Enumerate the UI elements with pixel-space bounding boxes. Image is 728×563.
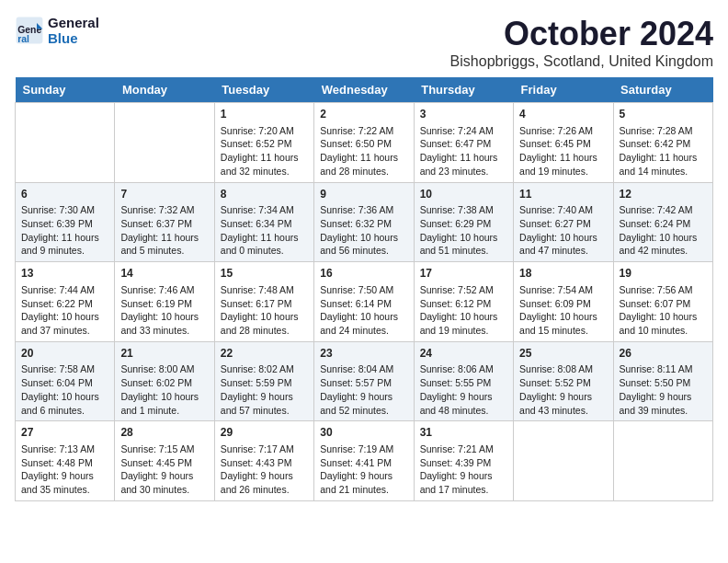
calendar-cell: 5Sunrise: 7:28 AM Sunset: 6:42 PM Daylig…: [613, 103, 712, 183]
calendar-cell: 12Sunrise: 7:42 AM Sunset: 6:24 PM Dayli…: [613, 182, 712, 262]
day-number: 15: [221, 266, 308, 282]
day-info: Sunrise: 7:46 AM Sunset: 6:19 PM Dayligh…: [120, 283, 208, 338]
day-info: Sunrise: 7:42 AM Sunset: 6:24 PM Dayligh…: [620, 203, 707, 258]
calendar-cell: 13Sunrise: 7:44 AM Sunset: 6:22 PM Dayli…: [16, 262, 115, 342]
calendar-cell: 21Sunrise: 8:00 AM Sunset: 6:02 PM Dayli…: [115, 341, 214, 421]
calendar-cell: [613, 421, 712, 501]
day-info: Sunrise: 7:48 AM Sunset: 6:17 PM Dayligh…: [221, 283, 308, 338]
day-number: 3: [420, 107, 507, 122]
day-info: Sunrise: 7:32 AM Sunset: 6:37 PM Dayligh…: [120, 203, 208, 258]
day-info: Sunrise: 7:50 AM Sunset: 6:14 PM Dayligh…: [320, 283, 407, 338]
calendar-cell: [16, 103, 115, 183]
day-number: 11: [519, 187, 607, 202]
calendar-cell: 29Sunrise: 7:17 AM Sunset: 4:43 PM Dayli…: [214, 421, 313, 501]
day-number: 14: [120, 266, 208, 282]
logo-icon: Gene ral: [15, 16, 44, 45]
week-row: 20Sunrise: 7:58 AM Sunset: 6:04 PM Dayli…: [16, 341, 713, 421]
calendar-cell: 8Sunrise: 7:34 AM Sunset: 6:34 PM Daylig…: [214, 182, 313, 262]
day-number: 29: [221, 425, 308, 441]
calendar-cell: 30Sunrise: 7:19 AM Sunset: 4:41 PM Dayli…: [314, 421, 414, 501]
day-info: Sunrise: 7:24 AM Sunset: 6:47 PM Dayligh…: [420, 124, 507, 178]
calendar-cell: 1Sunrise: 7:20 AM Sunset: 6:52 PM Daylig…: [214, 103, 313, 183]
day-info: Sunrise: 7:58 AM Sunset: 6:04 PM Dayligh…: [21, 362, 108, 417]
subtitle: Bishopbriggs, Scotland, United Kingdom: [450, 53, 713, 70]
header-day-monday: Monday: [115, 77, 214, 103]
calendar-cell: [514, 421, 613, 501]
day-info: Sunrise: 7:36 AM Sunset: 6:32 PM Dayligh…: [320, 203, 407, 258]
day-number: 18: [519, 266, 607, 282]
calendar-cell: 14Sunrise: 7:46 AM Sunset: 6:19 PM Dayli…: [115, 262, 214, 342]
day-info: Sunrise: 7:44 AM Sunset: 6:22 PM Dayligh…: [21, 283, 108, 338]
calendar-table: SundayMondayTuesdayWednesdayThursdayFrid…: [15, 77, 713, 501]
day-number: 21: [120, 346, 208, 362]
day-info: Sunrise: 7:40 AM Sunset: 6:27 PM Dayligh…: [519, 203, 607, 258]
calendar-cell: [115, 103, 214, 183]
calendar-cell: 27Sunrise: 7:13 AM Sunset: 4:48 PM Dayli…: [16, 421, 115, 501]
day-number: 10: [420, 187, 507, 202]
calendar-cell: 22Sunrise: 8:02 AM Sunset: 5:59 PM Dayli…: [214, 341, 313, 421]
day-info: Sunrise: 7:13 AM Sunset: 4:48 PM Dayligh…: [21, 442, 108, 497]
calendar-cell: 9Sunrise: 7:36 AM Sunset: 6:32 PM Daylig…: [314, 182, 414, 262]
week-row: 13Sunrise: 7:44 AM Sunset: 6:22 PM Dayli…: [16, 262, 713, 342]
day-info: Sunrise: 7:17 AM Sunset: 4:43 PM Dayligh…: [221, 442, 308, 497]
day-info: Sunrise: 7:34 AM Sunset: 6:34 PM Dayligh…: [221, 203, 308, 258]
calendar-cell: 23Sunrise: 8:04 AM Sunset: 5:57 PM Dayli…: [314, 341, 414, 421]
day-number: 2: [320, 107, 407, 122]
calendar-cell: 16Sunrise: 7:50 AM Sunset: 6:14 PM Dayli…: [314, 262, 414, 342]
day-number: 20: [21, 346, 108, 362]
week-row: 27Sunrise: 7:13 AM Sunset: 4:48 PM Dayli…: [16, 421, 713, 501]
calendar-cell: 4Sunrise: 7:26 AM Sunset: 6:45 PM Daylig…: [514, 103, 613, 183]
day-number: 22: [221, 346, 308, 362]
day-info: Sunrise: 8:00 AM Sunset: 6:02 PM Dayligh…: [120, 362, 208, 417]
day-number: 27: [21, 425, 108, 441]
day-info: Sunrise: 8:04 AM Sunset: 5:57 PM Dayligh…: [320, 362, 407, 417]
calendar-cell: 10Sunrise: 7:38 AM Sunset: 6:29 PM Dayli…: [414, 182, 513, 262]
day-number: 19: [620, 266, 707, 282]
calendar-cell: 15Sunrise: 7:48 AM Sunset: 6:17 PM Dayli…: [214, 262, 313, 342]
day-number: 16: [320, 266, 407, 282]
main-title: October 2024: [450, 15, 713, 53]
day-number: 8: [221, 187, 308, 202]
day-number: 6: [21, 187, 108, 202]
header-day-saturday: Saturday: [613, 77, 712, 103]
calendar-cell: 6Sunrise: 7:30 AM Sunset: 6:39 PM Daylig…: [16, 182, 115, 262]
day-info: Sunrise: 7:19 AM Sunset: 4:41 PM Dayligh…: [320, 442, 407, 497]
calendar-cell: 7Sunrise: 7:32 AM Sunset: 6:37 PM Daylig…: [115, 182, 214, 262]
day-info: Sunrise: 8:11 AM Sunset: 5:50 PM Dayligh…: [620, 362, 707, 417]
week-row: 1Sunrise: 7:20 AM Sunset: 6:52 PM Daylig…: [16, 103, 713, 183]
logo-line2: Blue: [48, 30, 99, 46]
title-block: October 2024 Bishopbriggs, Scotland, Uni…: [450, 15, 713, 70]
day-info: Sunrise: 7:26 AM Sunset: 6:45 PM Dayligh…: [519, 124, 607, 178]
day-info: Sunrise: 7:28 AM Sunset: 6:42 PM Dayligh…: [620, 124, 707, 178]
day-number: 25: [519, 346, 607, 362]
day-info: Sunrise: 8:06 AM Sunset: 5:55 PM Dayligh…: [420, 362, 507, 417]
calendar-cell: 31Sunrise: 7:21 AM Sunset: 4:39 PM Dayli…: [414, 421, 513, 501]
header-row: SundayMondayTuesdayWednesdayThursdayFrid…: [16, 77, 713, 103]
calendar-cell: 17Sunrise: 7:52 AM Sunset: 6:12 PM Dayli…: [414, 262, 513, 342]
day-number: 31: [420, 425, 507, 441]
calendar-cell: 26Sunrise: 8:11 AM Sunset: 5:50 PM Dayli…: [613, 341, 712, 421]
calendar-cell: 20Sunrise: 7:58 AM Sunset: 6:04 PM Dayli…: [16, 341, 115, 421]
header-day-friday: Friday: [514, 77, 613, 103]
day-info: Sunrise: 7:52 AM Sunset: 6:12 PM Dayligh…: [420, 283, 507, 338]
calendar-cell: 11Sunrise: 7:40 AM Sunset: 6:27 PM Dayli…: [514, 182, 613, 262]
day-info: Sunrise: 8:02 AM Sunset: 5:59 PM Dayligh…: [221, 362, 308, 417]
logo: Gene ral General Blue: [15, 15, 99, 46]
day-number: 7: [120, 187, 208, 202]
calendar-cell: 28Sunrise: 7:15 AM Sunset: 4:45 PM Dayli…: [115, 421, 214, 501]
day-number: 4: [519, 107, 607, 122]
day-info: Sunrise: 7:54 AM Sunset: 6:09 PM Dayligh…: [519, 283, 607, 338]
calendar-cell: 25Sunrise: 8:08 AM Sunset: 5:52 PM Dayli…: [514, 341, 613, 421]
logo-line1: General: [48, 15, 99, 30]
day-info: Sunrise: 7:38 AM Sunset: 6:29 PM Dayligh…: [420, 203, 507, 258]
calendar-cell: 2Sunrise: 7:22 AM Sunset: 6:50 PM Daylig…: [314, 103, 414, 183]
day-info: Sunrise: 7:15 AM Sunset: 4:45 PM Dayligh…: [120, 442, 208, 497]
day-info: Sunrise: 7:30 AM Sunset: 6:39 PM Dayligh…: [21, 203, 108, 258]
day-number: 12: [620, 187, 707, 202]
day-info: Sunrise: 7:20 AM Sunset: 6:52 PM Dayligh…: [221, 124, 308, 178]
page-header: Gene ral General Blue October 2024 Bisho…: [15, 15, 713, 70]
day-number: 17: [420, 266, 507, 282]
day-number: 5: [620, 107, 707, 122]
day-info: Sunrise: 7:56 AM Sunset: 6:07 PM Dayligh…: [620, 283, 707, 338]
calendar-cell: 3Sunrise: 7:24 AM Sunset: 6:47 PM Daylig…: [414, 103, 513, 183]
